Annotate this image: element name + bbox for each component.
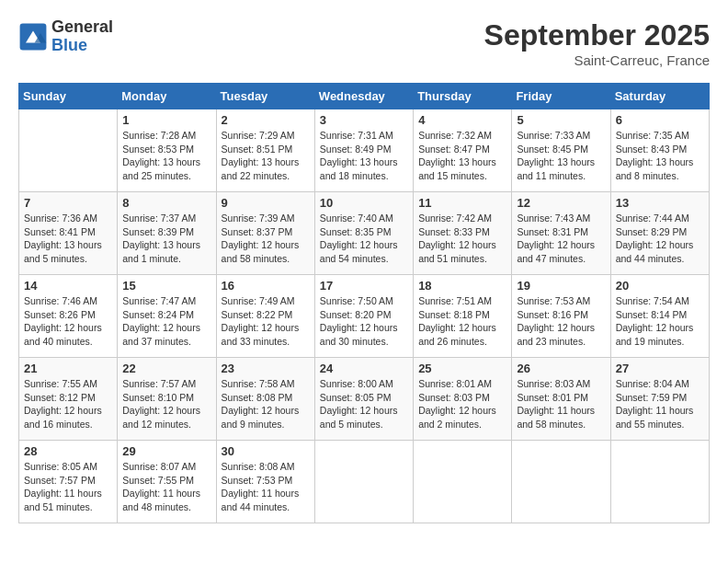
calendar-day-header: Monday [118, 84, 216, 109]
logo-text: General Blue [51, 18, 113, 55]
day-number: 27 [616, 362, 704, 375]
day-number: 17 [320, 279, 408, 293]
day-number: 19 [517, 279, 605, 293]
cell-info: Sunrise: 8:08 AM Sunset: 7:53 PM Dayligh… [222, 460, 310, 514]
calendar-cell: 29Sunrise: 8:07 AM Sunset: 7:55 PM Dayli… [118, 441, 216, 523]
cell-info: Sunrise: 7:36 AM Sunset: 8:41 PM Dayligh… [24, 212, 112, 266]
day-number: 24 [320, 362, 408, 375]
title-section: September 2025 Saint-Carreuc, France [484, 18, 710, 68]
calendar-cell: 30Sunrise: 8:08 AM Sunset: 7:53 PM Dayli… [216, 441, 314, 523]
day-number: 16 [222, 279, 310, 293]
cell-info: Sunrise: 7:33 AM Sunset: 8:45 PM Dayligh… [517, 129, 605, 183]
calendar-cell: 26Sunrise: 8:03 AM Sunset: 8:01 PM Dayli… [512, 358, 610, 441]
cell-info: Sunrise: 7:55 AM Sunset: 8:12 PM Dayligh… [24, 377, 112, 431]
calendar-cell: 23Sunrise: 7:58 AM Sunset: 8:08 PM Dayli… [216, 358, 314, 441]
calendar-day-header: Friday [512, 84, 610, 109]
calendar-week-row: 1Sunrise: 7:28 AM Sunset: 8:53 PM Daylig… [19, 109, 710, 192]
calendar-week-row: 7Sunrise: 7:36 AM Sunset: 8:41 PM Daylig… [19, 192, 710, 275]
logo-icon [18, 22, 48, 52]
calendar-cell: 19Sunrise: 7:53 AM Sunset: 8:16 PM Dayli… [512, 275, 610, 358]
calendar-cell: 24Sunrise: 8:00 AM Sunset: 8:05 PM Dayli… [314, 358, 413, 441]
calendar-day-header: Saturday [610, 84, 709, 109]
calendar-cell: 21Sunrise: 7:55 AM Sunset: 8:12 PM Dayli… [19, 358, 118, 441]
cell-info: Sunrise: 7:43 AM Sunset: 8:31 PM Dayligh… [517, 212, 605, 266]
cell-info: Sunrise: 7:40 AM Sunset: 8:35 PM Dayligh… [320, 212, 408, 266]
calendar-cell: 4Sunrise: 7:32 AM Sunset: 8:47 PM Daylig… [414, 109, 512, 192]
calendar-cell: 3Sunrise: 7:31 AM Sunset: 8:49 PM Daylig… [314, 109, 413, 192]
calendar-table: SundayMondayTuesdayWednesdayThursdayFrid… [18, 83, 710, 523]
cell-info: Sunrise: 7:53 AM Sunset: 8:16 PM Dayligh… [517, 294, 605, 349]
calendar-week-row: 21Sunrise: 7:55 AM Sunset: 8:12 PM Dayli… [19, 358, 710, 441]
cell-info: Sunrise: 8:03 AM Sunset: 8:01 PM Dayligh… [517, 377, 605, 431]
day-number: 9 [222, 196, 310, 210]
calendar-header-row: SundayMondayTuesdayWednesdayThursdayFrid… [19, 84, 710, 109]
calendar-cell: 6Sunrise: 7:35 AM Sunset: 8:43 PM Daylig… [610, 109, 709, 192]
cell-info: Sunrise: 7:42 AM Sunset: 8:33 PM Dayligh… [418, 212, 506, 266]
calendar-cell: 16Sunrise: 7:49 AM Sunset: 8:22 PM Dayli… [216, 275, 314, 358]
calendar-cell: 1Sunrise: 7:28 AM Sunset: 8:53 PM Daylig… [118, 109, 216, 192]
calendar-cell: 10Sunrise: 7:40 AM Sunset: 8:35 PM Dayli… [314, 192, 413, 275]
calendar-day-header: Tuesday [216, 84, 314, 109]
cell-info: Sunrise: 7:49 AM Sunset: 8:22 PM Dayligh… [222, 294, 310, 349]
page-header: General Blue September 2025 Saint-Carreu… [18, 18, 710, 68]
calendar-week-row: 28Sunrise: 8:05 AM Sunset: 7:57 PM Dayli… [19, 441, 710, 523]
calendar-week-row: 14Sunrise: 7:46 AM Sunset: 8:26 PM Dayli… [19, 275, 710, 358]
calendar-cell: 27Sunrise: 8:04 AM Sunset: 7:59 PM Dayli… [610, 358, 709, 441]
cell-info: Sunrise: 7:57 AM Sunset: 8:10 PM Dayligh… [122, 377, 210, 431]
day-number: 13 [616, 196, 704, 210]
calendar-day-header: Wednesday [314, 84, 413, 109]
cell-info: Sunrise: 7:29 AM Sunset: 8:51 PM Dayligh… [222, 129, 310, 183]
cell-info: Sunrise: 8:04 AM Sunset: 7:59 PM Dayligh… [616, 377, 704, 431]
cell-info: Sunrise: 7:47 AM Sunset: 8:24 PM Dayligh… [122, 294, 210, 349]
calendar-cell: 7Sunrise: 7:36 AM Sunset: 8:41 PM Daylig… [19, 192, 118, 275]
day-number: 28 [24, 444, 112, 458]
cell-info: Sunrise: 7:32 AM Sunset: 8:47 PM Dayligh… [418, 129, 506, 183]
day-number: 20 [616, 279, 704, 293]
day-number: 25 [418, 362, 506, 375]
day-number: 12 [517, 196, 605, 210]
calendar-cell [610, 441, 709, 523]
day-number: 1 [122, 113, 210, 127]
calendar-cell: 22Sunrise: 7:57 AM Sunset: 8:10 PM Dayli… [118, 358, 216, 441]
cell-info: Sunrise: 7:46 AM Sunset: 8:26 PM Dayligh… [24, 294, 112, 349]
day-number: 5 [517, 113, 605, 127]
day-number: 22 [122, 362, 210, 375]
calendar-cell: 15Sunrise: 7:47 AM Sunset: 8:24 PM Dayli… [118, 275, 216, 358]
calendar-cell: 5Sunrise: 7:33 AM Sunset: 8:45 PM Daylig… [512, 109, 610, 192]
calendar-cell: 14Sunrise: 7:46 AM Sunset: 8:26 PM Dayli… [19, 275, 118, 358]
calendar-cell: 13Sunrise: 7:44 AM Sunset: 8:29 PM Dayli… [610, 192, 709, 275]
cell-info: Sunrise: 7:28 AM Sunset: 8:53 PM Dayligh… [122, 129, 210, 183]
cell-info: Sunrise: 7:31 AM Sunset: 8:49 PM Dayligh… [320, 129, 408, 183]
cell-info: Sunrise: 8:07 AM Sunset: 7:55 PM Dayligh… [122, 460, 210, 514]
calendar-cell: 11Sunrise: 7:42 AM Sunset: 8:33 PM Dayli… [414, 192, 512, 275]
cell-info: Sunrise: 7:50 AM Sunset: 8:20 PM Dayligh… [320, 294, 408, 349]
calendar-day-header: Thursday [414, 84, 512, 109]
cell-info: Sunrise: 7:54 AM Sunset: 8:14 PM Dayligh… [616, 294, 704, 349]
cell-info: Sunrise: 7:58 AM Sunset: 8:08 PM Dayligh… [222, 377, 310, 431]
day-number: 2 [222, 113, 310, 127]
day-number: 23 [222, 362, 310, 375]
calendar-cell: 9Sunrise: 7:39 AM Sunset: 8:37 PM Daylig… [216, 192, 314, 275]
day-number: 15 [122, 279, 210, 293]
day-number: 29 [122, 444, 210, 458]
cell-info: Sunrise: 8:05 AM Sunset: 7:57 PM Dayligh… [24, 460, 112, 514]
calendar-day-header: Sunday [19, 84, 118, 109]
logo-general-text: General [51, 18, 113, 37]
calendar-cell: 8Sunrise: 7:37 AM Sunset: 8:39 PM Daylig… [118, 192, 216, 275]
cell-info: Sunrise: 7:35 AM Sunset: 8:43 PM Dayligh… [616, 129, 704, 183]
day-number: 10 [320, 196, 408, 210]
cell-info: Sunrise: 8:00 AM Sunset: 8:05 PM Dayligh… [320, 377, 408, 431]
calendar-cell: 25Sunrise: 8:01 AM Sunset: 8:03 PM Dayli… [414, 358, 512, 441]
month-title: September 2025 [484, 18, 710, 52]
day-number: 3 [320, 113, 408, 127]
day-number: 4 [418, 113, 506, 127]
logo-blue-text: Blue [51, 37, 113, 55]
calendar-cell: 18Sunrise: 7:51 AM Sunset: 8:18 PM Dayli… [414, 275, 512, 358]
day-number: 21 [24, 362, 112, 375]
calendar-cell: 12Sunrise: 7:43 AM Sunset: 8:31 PM Dayli… [512, 192, 610, 275]
cell-info: Sunrise: 7:51 AM Sunset: 8:18 PM Dayligh… [418, 294, 506, 349]
calendar-cell [414, 441, 512, 523]
logo: General Blue [18, 18, 113, 55]
day-number: 14 [24, 279, 112, 293]
calendar-cell [19, 109, 118, 192]
